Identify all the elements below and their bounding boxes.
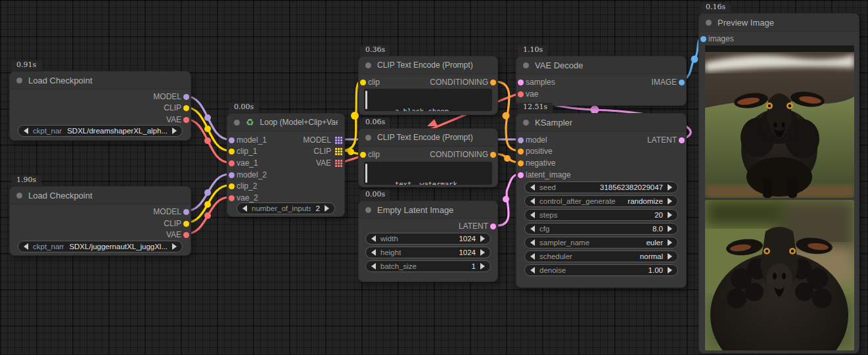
input-slot-clip-2[interactable]: clip_2 — [227, 180, 257, 192]
slot-dot[interactable] — [183, 209, 189, 215]
input-slot-negative[interactable]: negative — [516, 157, 555, 169]
ckpt-name-widget[interactable]: ckpt_name SDXL/dreamshaperXL_alph... — [18, 125, 183, 137]
slot-dot[interactable] — [518, 91, 524, 97]
input-slot-positive[interactable]: positive — [516, 145, 553, 157]
grid-slot-icon[interactable] — [335, 137, 337, 139]
ckpt-name-widget[interactable]: ckpt_name SDXL/juggernautXL_juggXl... — [18, 241, 183, 252]
slot-dot[interactable] — [183, 221, 189, 227]
slot-dot[interactable] — [518, 160, 524, 166]
slot-dot[interactable] — [518, 172, 524, 178]
slot-dot[interactable] — [229, 195, 235, 201]
node-titlebar[interactable]: ♻ Loop (Model+Clip+Vae) — [227, 114, 344, 131]
slot-dot[interactable] — [700, 36, 706, 42]
increment-arrow-icon[interactable] — [668, 267, 672, 273]
slot-dot[interactable] — [229, 183, 235, 189]
output-slot-clip[interactable]: CLIP — [164, 218, 191, 229]
collapse-dot-icon[interactable] — [365, 135, 371, 141]
collapse-dot-icon[interactable] — [523, 120, 529, 126]
slot-dot[interactable] — [360, 152, 366, 158]
increment-arrow-icon[interactable] — [480, 249, 485, 256]
slot-dot[interactable] — [679, 80, 685, 85]
input-slot-vae[interactable]: vae — [516, 88, 538, 100]
prev-value-arrow-icon[interactable] — [24, 243, 28, 250]
slot-dot[interactable] — [183, 94, 189, 100]
prompt-textarea[interactable]: a black sheep — [364, 89, 492, 111]
preview-image-1[interactable] — [705, 45, 854, 198]
node-titlebar[interactable]: Preview Image — [699, 14, 859, 32]
input-slot-model-1[interactable]: model_1 — [227, 134, 267, 146]
slot-dot[interactable] — [518, 149, 524, 154]
increment-arrow-icon[interactable] — [668, 212, 672, 218]
node-clip-text-encode-negative[interactable]: 0.06s CLIP Text Encode (Prompt) clip CON… — [358, 128, 498, 187]
node-graph-canvas[interactable]: 0.91s Load Checkpoint MODEL CLIP VAE ckp… — [0, 0, 868, 355]
number-of-inputs-widget[interactable]: number_of_inputs 2 — [237, 202, 335, 214]
seed-widget[interactable]: seed 318562382029047 — [524, 181, 678, 193]
next-value-arrow-icon[interactable] — [668, 198, 672, 204]
increment-arrow-icon[interactable] — [480, 235, 485, 242]
node-empty-latent-image[interactable]: 0.00s Empty Latent Image LATENT width 10… — [358, 201, 498, 282]
increment-arrow-icon[interactable] — [325, 205, 329, 212]
control-after-generate-widget[interactable]: control_after_generate randomize — [524, 195, 678, 207]
prev-value-arrow-icon[interactable] — [530, 198, 535, 204]
collapse-dot-icon[interactable] — [365, 207, 371, 213]
slot-dot[interactable] — [183, 117, 189, 123]
input-slot-model[interactable]: model — [516, 134, 547, 146]
scheduler-widget[interactable]: scheduler normal — [524, 250, 678, 262]
slot-dot[interactable] — [360, 80, 366, 85]
decrement-arrow-icon[interactable] — [371, 235, 376, 242]
slot-dot[interactable] — [229, 160, 235, 166]
output-slot-model-grid[interactable]: MODEL — [303, 134, 344, 146]
output-slot-vae[interactable]: VAE — [166, 114, 191, 126]
steps-widget[interactable]: steps 20 — [524, 209, 678, 221]
output-slot-model[interactable]: MODEL — [153, 91, 191, 103]
node-titlebar[interactable]: Empty Latent Image — [359, 201, 497, 219]
cfg-widget[interactable]: cfg 8.0 — [524, 223, 678, 235]
node-clip-text-encode-positive[interactable]: 0.36s CLIP Text Encode (Prompt) clip CON… — [358, 56, 498, 115]
increment-arrow-icon[interactable] — [480, 263, 485, 270]
collapse-dot-icon[interactable] — [365, 62, 371, 68]
collapse-dot-icon[interactable] — [16, 193, 22, 199]
input-slot-clip-1[interactable]: clip_1 — [227, 145, 257, 157]
grid-slot-icon[interactable] — [335, 148, 337, 150]
node-titlebar[interactable]: Load Checkpoint — [10, 72, 191, 89]
node-ksampler[interactable]: 12.51s KSampler model positive negative … — [516, 113, 687, 288]
prompt-textarea[interactable]: text, watermark — [364, 162, 492, 185]
slot-dot[interactable] — [490, 152, 496, 158]
slot-dot[interactable] — [229, 149, 235, 154]
input-slot-model-2[interactable]: model_2 — [227, 169, 267, 181]
node-vae-decode[interactable]: 1.10s VAE Decode samples vae IMAGE — [516, 56, 687, 106]
input-slot-latent-image[interactable]: latent_image — [516, 169, 571, 181]
output-slot-latent[interactable]: LATENT — [647, 134, 686, 146]
output-slot-image[interactable]: IMAGE — [651, 76, 686, 88]
batch-size-widget[interactable]: batch_size 1 — [365, 260, 491, 272]
input-slot-clip[interactable]: clip — [359, 149, 380, 160]
next-value-arrow-icon[interactable] — [668, 239, 672, 246]
slot-dot[interactable] — [229, 137, 235, 143]
slot-dot[interactable] — [679, 137, 685, 143]
decrement-arrow-icon[interactable] — [530, 225, 535, 232]
output-slot-latent[interactable]: LATENT — [459, 220, 497, 232]
slot-dot[interactable] — [518, 80, 524, 85]
collapse-dot-icon[interactable] — [523, 62, 529, 68]
width-widget[interactable]: width 1024 — [365, 233, 491, 245]
denoise-widget[interactable]: denoise 1.00 — [524, 264, 678, 276]
collapse-dot-icon[interactable] — [234, 120, 240, 126]
decrement-arrow-icon[interactable] — [530, 267, 535, 273]
grid-slot-icon[interactable] — [335, 160, 337, 162]
output-slot-model[interactable]: MODEL — [153, 206, 191, 218]
node-load-checkpoint-1[interactable]: 0.91s Load Checkpoint MODEL CLIP VAE ckp… — [9, 71, 191, 141]
input-slot-images[interactable]: images — [699, 33, 734, 45]
node-titlebar[interactable]: CLIP Text Encode (Prompt) — [359, 57, 497, 74]
decrement-arrow-icon[interactable] — [530, 184, 535, 191]
node-loop[interactable]: 0.00s ♻ Loop (Model+Clip+Vae) model_1 cl… — [227, 113, 345, 217]
preview-image-2[interactable] — [705, 200, 854, 350]
node-titlebar[interactable]: CLIP Text Encode (Prompt) — [359, 129, 497, 147]
collapse-dot-icon[interactable] — [706, 20, 712, 26]
slot-dot[interactable] — [183, 105, 189, 111]
prev-value-arrow-icon[interactable] — [24, 128, 28, 134]
output-slot-vae-grid[interactable]: VAE — [316, 157, 344, 169]
increment-arrow-icon[interactable] — [668, 225, 672, 232]
increment-arrow-icon[interactable] — [668, 184, 672, 191]
input-slot-clip[interactable]: clip — [359, 76, 380, 88]
collapse-dot-icon[interactable] — [16, 78, 22, 83]
